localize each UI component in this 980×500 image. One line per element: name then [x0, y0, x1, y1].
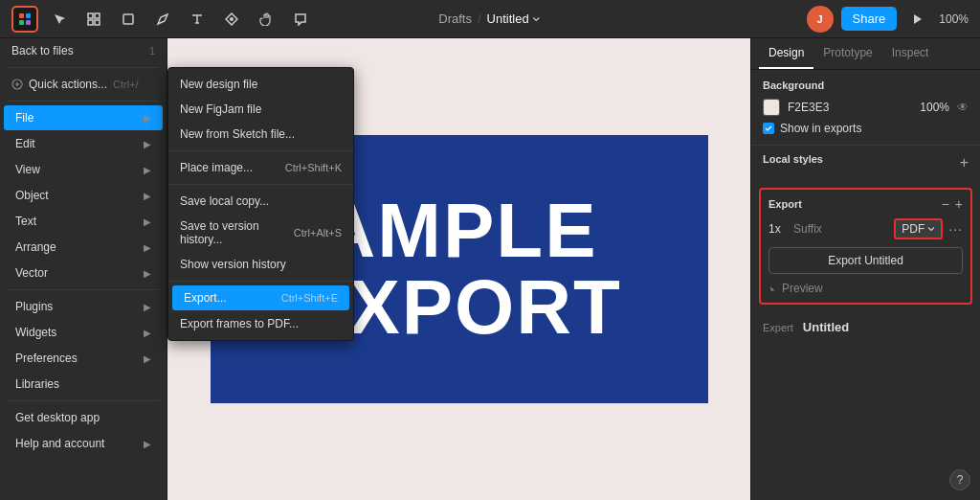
submenu-divider-1	[168, 150, 353, 151]
tool-shape[interactable]	[115, 6, 142, 33]
submenu-new-design[interactable]: New design file	[168, 72, 353, 97]
expert-section: Expert Untitled	[751, 312, 980, 342]
arrow-icon: ▶	[144, 353, 151, 364]
divider-4	[8, 400, 159, 401]
tool-component[interactable]	[218, 6, 245, 33]
export-section: Export − + 1x Suffix PDF ··· Export Unti…	[759, 188, 972, 305]
submenu-divider-2	[168, 184, 353, 185]
breadcrumb: Drafts / Untitled	[438, 11, 541, 26]
svg-rect-1	[26, 13, 31, 18]
canvas-text-ample: AMPLE	[321, 193, 598, 269]
menu-item-help[interactable]: Help and account ▶	[4, 431, 163, 456]
submenu-export[interactable]: Export... Ctrl+Shift+E	[172, 285, 349, 310]
arrow-icon: ▶	[144, 191, 151, 201]
arrow-icon: ▶	[144, 439, 151, 449]
menu-item-edit[interactable]: Edit ▶	[4, 131, 163, 156]
arrow-icon: ▶	[144, 268, 151, 279]
menu-item-view[interactable]: View ▶	[4, 157, 163, 182]
add-local-style-icon[interactable]: +	[960, 154, 969, 171]
export-label: Export	[768, 198, 802, 210]
svg-point-9	[230, 17, 234, 21]
file-submenu: New design file New FigJam file New from…	[167, 67, 354, 341]
menu-item-desktop-app[interactable]: Get desktop app	[4, 405, 163, 430]
menu-item-arrange[interactable]: Arrange ▶	[4, 235, 163, 260]
bg-color-swatch[interactable]	[763, 99, 780, 116]
tool-select[interactable]	[46, 6, 73, 33]
menu-item-libraries[interactable]: Libraries	[4, 372, 163, 397]
tool-comment[interactable]	[287, 6, 314, 33]
submenu-place-image[interactable]: Place image... Ctrl+Shift+K	[168, 155, 353, 180]
export-format-select[interactable]: PDF	[894, 218, 943, 239]
menu-item-vector[interactable]: Vector ▶	[4, 261, 163, 285]
svg-rect-6	[88, 20, 93, 25]
breadcrumb-separator: /	[478, 11, 481, 26]
tool-pen[interactable]	[149, 6, 176, 33]
menu-item-file[interactable]: File ▶	[4, 105, 163, 130]
preview-row[interactable]: Preview	[768, 274, 963, 295]
show-exports-label: Show in exports	[780, 122, 861, 135]
tool-text[interactable]	[184, 6, 211, 33]
breadcrumb-drafts[interactable]: Drafts	[438, 11, 472, 26]
tool-hand[interactable]	[253, 6, 279, 33]
arrow-icon: ▶	[144, 165, 151, 175]
local-styles-row: Local styles +	[751, 145, 980, 180]
zoom-level[interactable]: 100%	[939, 12, 969, 26]
submenu-save-local[interactable]: Save local copy...	[168, 189, 353, 214]
remove-export-icon[interactable]: −	[942, 197, 949, 211]
help-button[interactable]: ?	[949, 469, 970, 490]
quick-actions[interactable]: Quick actions... Ctrl+/	[0, 72, 167, 97]
svg-rect-5	[95, 13, 100, 18]
local-styles-label: Local styles	[763, 153, 823, 165]
divider-3	[8, 289, 159, 290]
expert-label: Expert	[763, 322, 793, 333]
submenu-show-version[interactable]: Show version history	[168, 252, 353, 277]
export-more-icon[interactable]: ···	[948, 221, 963, 237]
arrow-icon: ▶	[144, 242, 151, 253]
menu-item-preferences[interactable]: Preferences ▶	[4, 346, 163, 371]
right-panel-tabs: Design Prototype Inspect	[751, 38, 980, 70]
show-in-exports-row: Show in exports	[763, 122, 969, 135]
menu-item-object[interactable]: Object ▶	[4, 183, 163, 208]
divider-1	[8, 67, 159, 68]
share-button[interactable]: Share	[841, 7, 898, 31]
expert-title: Untitled	[803, 320, 849, 334]
export-suffix[interactable]: Suffix	[793, 222, 888, 236]
tab-prototype[interactable]: Prototype	[813, 38, 881, 69]
export-header: Export − +	[768, 197, 963, 211]
topbar-left	[11, 6, 314, 33]
submenu-new-figjam[interactable]: New FigJam file	[168, 97, 353, 122]
submenu-save-version[interactable]: Save to version history... Ctrl+Alt+S	[168, 214, 353, 252]
main-menu-button[interactable]	[11, 6, 38, 33]
export-button[interactable]: Export Untitled	[768, 247, 963, 274]
file-name[interactable]: Untitled	[487, 11, 542, 26]
export-controls: − +	[942, 197, 963, 211]
arrow-icon: ▶	[144, 113, 151, 124]
menu-item-widgets[interactable]: Widgets ▶	[4, 320, 163, 345]
svg-rect-2	[19, 20, 24, 25]
submenu-export-frames[interactable]: Export frames to PDF...	[168, 311, 353, 336]
topbar-right: J Share 100%	[807, 6, 969, 33]
tab-design[interactable]: Design	[759, 38, 813, 69]
present-button[interactable]	[904, 6, 931, 33]
arrow-icon: ▶	[144, 216, 151, 227]
svg-rect-8	[123, 14, 133, 24]
tab-inspect[interactable]: Inspect	[882, 38, 939, 69]
right-panel: Design Prototype Inspect Background F2E3…	[750, 38, 980, 500]
export-scale[interactable]: 1x	[768, 222, 788, 236]
visibility-icon[interactable]: 👁	[957, 101, 969, 114]
main-area: Back to files 1 Quick actions... Ctrl+/ …	[0, 38, 980, 500]
background-label: Background	[763, 80, 969, 91]
tool-frame[interactable]	[80, 6, 107, 33]
back-to-files[interactable]: Back to files 1	[0, 38, 167, 63]
background-section: Background F2E3E3 100% 👁 Show in exports	[751, 70, 980, 145]
add-export-icon[interactable]: +	[955, 197, 963, 211]
bg-color-row: F2E3E3 100% 👁	[763, 99, 969, 116]
topbar: Drafts / Untitled J Share 100%	[0, 0, 980, 38]
left-menu-panel: Back to files 1 Quick actions... Ctrl+/ …	[0, 38, 167, 500]
menu-item-plugins[interactable]: Plugins ▶	[4, 294, 163, 319]
menu-item-text[interactable]: Text ▶	[4, 209, 163, 234]
bg-opacity-value[interactable]: 100%	[916, 101, 949, 114]
submenu-new-sketch[interactable]: New from Sketch file...	[168, 122, 353, 147]
show-exports-checkbox[interactable]	[763, 123, 774, 134]
bg-hex-value[interactable]: F2E3E3	[788, 101, 908, 114]
